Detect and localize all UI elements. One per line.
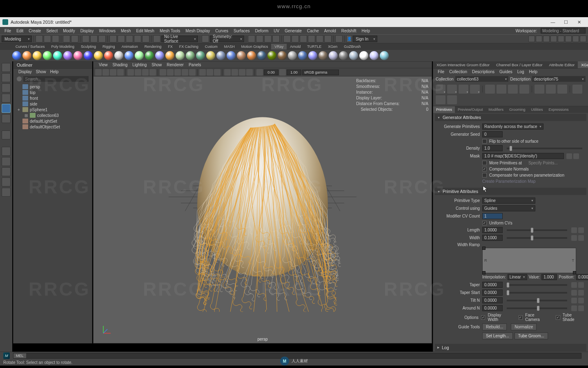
outliner-menu-display[interactable]: Display: [17, 70, 33, 74]
menu-arnold[interactable]: Arnold: [322, 29, 338, 33]
paint-select-icon[interactable]: [98, 35, 106, 43]
prim-type-dropdown[interactable]: Spline: [482, 197, 535, 204]
save-scene-icon[interactable]: [52, 35, 59, 43]
shelf-icon-18[interactable]: [196, 51, 205, 60]
workspace-value[interactable]: [541, 28, 586, 34]
outliner-item-side[interactable]: side: [15, 101, 90, 107]
face-camera-checkbox[interactable]: [519, 315, 523, 320]
shelf-icon-8[interactable]: [94, 51, 103, 60]
shelf-tab-mash[interactable]: MASH: [221, 44, 238, 49]
menu-surfaces[interactable]: Surfaces: [232, 29, 252, 33]
shelf-icon-21[interactable]: [227, 51, 236, 60]
set-length-button[interactable]: Set Length...: [482, 332, 513, 339]
tiltn-menu-icon[interactable]: [578, 298, 584, 303]
shelf-tab-poly-modeling[interactable]: Poly Modeling: [48, 44, 78, 49]
menu-curves[interactable]: Curves: [213, 29, 230, 33]
select-tool-icon[interactable]: [2, 63, 11, 72]
control-using-dropdown[interactable]: Guides: [482, 205, 535, 211]
vp-near-input[interactable]: [264, 70, 278, 75]
shelf-icon-36[interactable]: [380, 51, 389, 60]
outliner-item-collection63[interactable]: ⊞collection63: [15, 112, 90, 118]
workspace-selector[interactable]: Workspace:: [513, 28, 586, 34]
shelf-icon-24[interactable]: [257, 51, 266, 60]
xgen-tool-4[interactable]: [485, 85, 495, 94]
shelf-icon-5[interactable]: [63, 51, 72, 60]
outliner-item-defaultObjectSet[interactable]: defaultObjectSet: [15, 124, 90, 130]
shelf-tab-vray[interactable]: VRay: [271, 44, 287, 49]
xgen-tool-2[interactable]: ▾: [459, 85, 468, 94]
more-prims-checkbox[interactable]: [482, 161, 487, 165]
xgen-subtab-primitives[interactable]: Primitives: [433, 106, 455, 113]
vp-xray-icon[interactable]: [207, 69, 213, 76]
account-icon[interactable]: 👤: [346, 35, 352, 43]
xgen-subtab-preview-output[interactable]: Preview/Output: [455, 106, 486, 113]
shelf-icon-32[interactable]: [339, 51, 348, 60]
xgen-tool-3[interactable]: ▾: [470, 85, 480, 94]
close-button[interactable]: ✕: [572, 18, 586, 26]
log-header[interactable]: Log: [435, 344, 586, 351]
xgen-menu-file[interactable]: File: [436, 70, 446, 74]
vp-far-input[interactable]: [287, 70, 301, 75]
menu-mesh-tools[interactable]: Mesh Tools: [158, 29, 182, 33]
xgen-tool-0[interactable]: ▾: [436, 85, 445, 94]
taper-start-input[interactable]: [482, 289, 503, 296]
shelf-icon-20[interactable]: [216, 51, 225, 60]
live-surface-icon[interactable]: [153, 35, 160, 43]
menu-mesh-display[interactable]: Mesh Display: [183, 29, 212, 33]
uniform-cvs-checkbox[interactable]: [482, 221, 487, 225]
shelf-tab-animation[interactable]: Animation: [118, 44, 141, 49]
xgen-subtab-grooming[interactable]: Grooming: [506, 106, 528, 113]
taper-menu-icon[interactable]: [578, 282, 584, 288]
tiltn-expr-icon[interactable]: [571, 298, 577, 303]
shelf-tab-arnold[interactable]: Arnold: [287, 44, 304, 49]
length-input[interactable]: [482, 227, 503, 233]
xgen-subtab-expressions[interactable]: Expressions: [546, 106, 572, 113]
xgen-tool-6[interactable]: [508, 85, 518, 94]
shelf-tab-rendering[interactable]: Rendering: [141, 44, 165, 49]
new-scene-icon[interactable]: [36, 35, 43, 43]
vp-xray-joints-icon[interactable]: [214, 69, 220, 76]
layout-two-icon[interactable]: [2, 167, 11, 176]
shelf-tab-custom[interactable]: Custom: [202, 44, 221, 49]
xgen-tool-11[interactable]: [572, 85, 582, 94]
length-expr-icon[interactable]: [571, 227, 577, 233]
shelf-tab-gozbrush[interactable]: GoZBrush: [341, 44, 364, 49]
move-tool-icon[interactable]: [2, 94, 11, 103]
generate-primitives-dropdown[interactable]: Randomly across the surface: [482, 123, 543, 130]
symmetry-icon[interactable]: [202, 35, 209, 43]
open-scene-icon[interactable]: [44, 35, 51, 43]
menu-uv[interactable]: UV: [272, 29, 281, 33]
shelf-icon-7[interactable]: [84, 51, 93, 60]
vp-select-cam-icon[interactable]: [95, 69, 102, 76]
symmetry-dropdown[interactable]: Symmetry: Off: [210, 36, 244, 42]
construction-history-icon[interactable]: [248, 35, 255, 43]
toggle-commandline-icon[interactable]: [565, 36, 572, 42]
shelf-icon-27[interactable]: [288, 51, 297, 60]
shelf-icon-9[interactable]: [104, 51, 113, 60]
undo-icon[interactable]: [63, 35, 70, 43]
maximize-button[interactable]: ☐: [559, 18, 572, 26]
shelf-icon-28[interactable]: [298, 51, 307, 60]
cv-count-input[interactable]: [482, 213, 503, 219]
viewport-menu-view[interactable]: View: [97, 63, 110, 67]
rotate-tool-icon[interactable]: [2, 104, 11, 113]
description-dropdown[interactable]: description75: [532, 76, 586, 82]
outliner-item-front[interactable]: front: [15, 95, 90, 101]
density-slider[interactable]: [507, 148, 582, 149]
shelf-icon-1[interactable]: [22, 51, 31, 60]
menu-edit[interactable]: Edit: [14, 29, 25, 33]
toggle-shelf-icon[interactable]: [543, 36, 550, 42]
display-width-checkbox[interactable]: [481, 315, 486, 320]
xgen-subtab-utilities[interactable]: Utilities: [528, 106, 546, 113]
vp-image-plane-icon[interactable]: [117, 69, 124, 76]
outliner-search-input[interactable]: [23, 76, 89, 82]
toggle-toolbox-icon[interactable]: [580, 36, 586, 42]
shelf-icon-26[interactable]: [278, 51, 287, 60]
layout-single-icon[interactable]: [2, 147, 11, 156]
xgen-tool-5[interactable]: [497, 85, 506, 94]
taper-slider[interactable]: [507, 284, 567, 286]
xgen-tool-10[interactable]: [557, 85, 567, 94]
paint-tool-icon[interactable]: [2, 83, 11, 92]
viewport-menu-shading[interactable]: Shading: [111, 63, 130, 67]
toggle-helpline-icon[interactable]: [572, 36, 579, 42]
